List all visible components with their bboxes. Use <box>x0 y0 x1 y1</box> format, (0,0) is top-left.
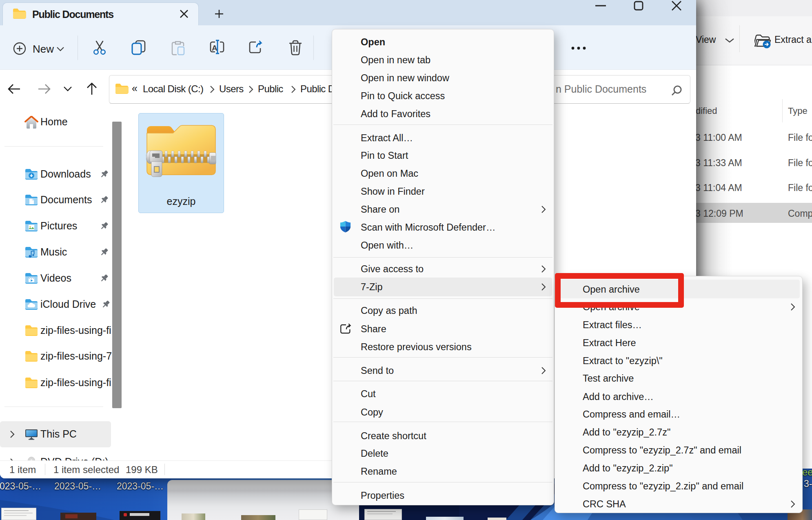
svg-text:A: A <box>212 44 217 52</box>
